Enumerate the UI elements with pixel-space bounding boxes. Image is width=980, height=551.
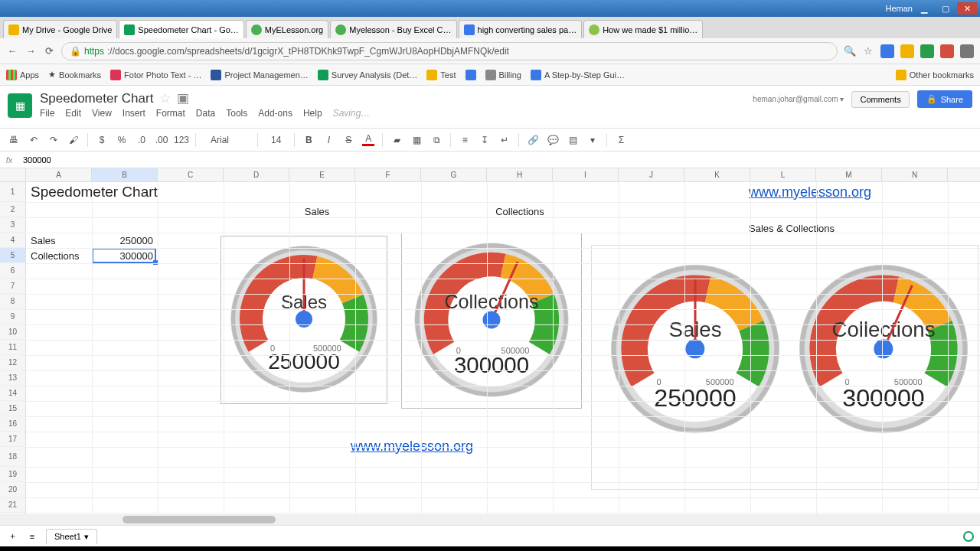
comment-icon[interactable]: 💬 bbox=[547, 134, 559, 146]
col-header[interactable]: E bbox=[289, 168, 355, 181]
col-header[interactable]: K bbox=[684, 168, 750, 181]
sheets-logo-icon[interactable]: ▦ bbox=[8, 93, 32, 118]
row-header[interactable]: 8 bbox=[0, 294, 26, 309]
row-header[interactable]: 22 bbox=[0, 513, 26, 514]
row-header[interactable]: 20 bbox=[0, 482, 26, 497]
row-header[interactable]: 14 bbox=[0, 386, 26, 401]
row-header[interactable]: 11 bbox=[0, 340, 26, 355]
all-sheets-icon[interactable]: ≡ bbox=[26, 530, 38, 543]
nav-forward-icon[interactable]: → bbox=[24, 45, 37, 57]
cell-e2[interactable]: Sales bbox=[279, 204, 355, 219]
row-header[interactable]: 15 bbox=[0, 401, 26, 416]
extension-icon[interactable] bbox=[920, 44, 934, 58]
menu-file[interactable]: File bbox=[40, 108, 54, 119]
bookmark-item[interactable]: Fotor Photo Text - … bbox=[110, 70, 201, 80]
window-minimize-button[interactable]: ▁ bbox=[914, 2, 934, 15]
format-number-icon[interactable]: 123 bbox=[175, 134, 188, 146]
menu-edit[interactable]: Edit bbox=[65, 108, 81, 119]
address-bar[interactable]: 🔒 https ://docs.google.com/spreadsheets/… bbox=[61, 42, 838, 60]
fill-color-icon[interactable]: ▰ bbox=[390, 134, 403, 146]
cell-a4[interactable]: Sales bbox=[28, 233, 92, 248]
bookmark-item[interactable]: Billing bbox=[485, 70, 521, 80]
row-header[interactable]: 21 bbox=[0, 497, 26, 513]
link-myelesson-top[interactable]: www.myelesson.org bbox=[746, 182, 937, 202]
cell-l2[interactable]: Sales & Collections bbox=[746, 220, 899, 236]
col-header[interactable]: M bbox=[816, 168, 882, 181]
bookmark-item[interactable]: Test bbox=[426, 70, 456, 80]
font-select[interactable]: Arial bbox=[204, 132, 250, 148]
bookmark-item[interactable]: A Step-by-Step Gui… bbox=[531, 70, 625, 80]
row-header[interactable]: 16 bbox=[0, 416, 26, 432]
col-header[interactable]: G bbox=[421, 168, 487, 181]
browser-tab[interactable]: Myelesson - Buy Excel C… bbox=[330, 20, 456, 38]
chart-sales[interactable]: Sales2500000500000 bbox=[220, 236, 387, 404]
row-header[interactable]: 19 bbox=[0, 467, 26, 482]
select-all-corner[interactable] bbox=[0, 168, 26, 181]
percent-icon[interactable]: % bbox=[116, 134, 128, 146]
row-header[interactable]: 17 bbox=[0, 432, 26, 447]
nav-reload-icon[interactable]: ⟳ bbox=[43, 45, 55, 57]
row-header[interactable]: 10 bbox=[0, 324, 26, 340]
paint-format-icon[interactable]: 🖌 bbox=[67, 134, 80, 146]
h-align-icon[interactable]: ≡ bbox=[459, 134, 471, 146]
menu-help[interactable]: Help bbox=[303, 108, 322, 119]
wrap-icon[interactable]: ↵ bbox=[498, 134, 511, 146]
horizontal-scrollbar[interactable] bbox=[0, 514, 980, 525]
row-header[interactable]: 6 bbox=[0, 263, 26, 279]
star-icon[interactable]: ☆ bbox=[159, 90, 171, 106]
move-folder-icon[interactable]: ▣ bbox=[177, 90, 189, 106]
cell-a1[interactable]: Speedometer Chart bbox=[28, 182, 257, 202]
v-align-icon[interactable]: ↧ bbox=[479, 134, 491, 146]
hamburger-icon[interactable] bbox=[960, 44, 974, 58]
link-icon[interactable]: 🔗 bbox=[527, 134, 539, 146]
bookmark-item[interactable]: Survey Analysis (Det… bbox=[318, 70, 417, 80]
col-header[interactable]: H bbox=[487, 168, 553, 181]
bookmark-item[interactable]: ★ Bookmarks bbox=[48, 70, 101, 80]
menu-insert[interactable]: Insert bbox=[122, 108, 145, 119]
currency-icon[interactable]: $ bbox=[96, 134, 108, 146]
decimal-increase-icon[interactable]: .00 bbox=[155, 134, 168, 146]
extension-icon[interactable] bbox=[900, 44, 914, 58]
bold-icon[interactable]: B bbox=[302, 134, 315, 146]
browser-tab[interactable]: How we made $1 millio… bbox=[583, 20, 703, 38]
borders-icon[interactable]: ▦ bbox=[410, 134, 423, 146]
link-myelesson-bottom[interactable]: www.myelesson.org bbox=[348, 436, 539, 456]
chart-collections[interactable]: Collections3000000500000 bbox=[401, 233, 582, 409]
doc-title[interactable]: Speedometer Chart bbox=[40, 91, 153, 106]
row-header[interactable]: 5 bbox=[0, 248, 26, 263]
menu-view[interactable]: View bbox=[92, 108, 112, 119]
row-header[interactable]: 1 bbox=[0, 182, 26, 202]
row-header[interactable]: 7 bbox=[0, 279, 26, 294]
italic-icon[interactable]: I bbox=[322, 134, 335, 146]
explore-icon[interactable] bbox=[963, 531, 974, 542]
menu-data[interactable]: Data bbox=[196, 108, 215, 119]
menu-format[interactable]: Format bbox=[156, 108, 185, 119]
decimal-decrease-icon[interactable]: .0 bbox=[136, 134, 148, 146]
col-header[interactable]: N bbox=[882, 168, 948, 181]
nav-back-icon[interactable]: ← bbox=[6, 45, 18, 57]
menu-tools[interactable]: Tools bbox=[226, 108, 247, 119]
merge-icon[interactable]: ⧉ bbox=[430, 134, 443, 146]
filter-icon[interactable]: ▾ bbox=[586, 134, 599, 146]
strike-icon[interactable]: S bbox=[342, 134, 354, 146]
account-email[interactable]: heman.johar@gmail.com ▾ bbox=[753, 95, 844, 103]
redo-icon[interactable]: ↷ bbox=[47, 134, 60, 146]
row-header[interactable]: 4 bbox=[0, 233, 26, 248]
undo-icon[interactable]: ↶ bbox=[28, 134, 40, 146]
col-header[interactable]: A bbox=[26, 168, 92, 181]
menu-addons[interactable]: Add-ons bbox=[258, 108, 292, 119]
print-icon[interactable]: 🖶 bbox=[8, 134, 20, 146]
extension-icon[interactable] bbox=[940, 44, 954, 58]
row-header[interactable]: 9 bbox=[0, 309, 26, 324]
formula-input[interactable]: 300000 bbox=[18, 155, 56, 165]
row-header[interactable]: 3 bbox=[0, 217, 26, 233]
star-icon[interactable]: ☆ bbox=[862, 45, 874, 57]
col-header[interactable]: L bbox=[750, 168, 816, 181]
sheet-menu-icon[interactable]: ▾ bbox=[84, 532, 89, 542]
window-close-button[interactable]: ✕ bbox=[957, 2, 977, 15]
browser-tab[interactable]: My Drive - Google Drive bbox=[3, 20, 117, 38]
cell-b4[interactable]: 250000 bbox=[92, 233, 156, 248]
cell-h2[interactable]: Collections bbox=[470, 204, 570, 219]
comments-button[interactable]: Comments bbox=[851, 91, 909, 108]
apps-button[interactable]: Apps bbox=[6, 70, 39, 80]
